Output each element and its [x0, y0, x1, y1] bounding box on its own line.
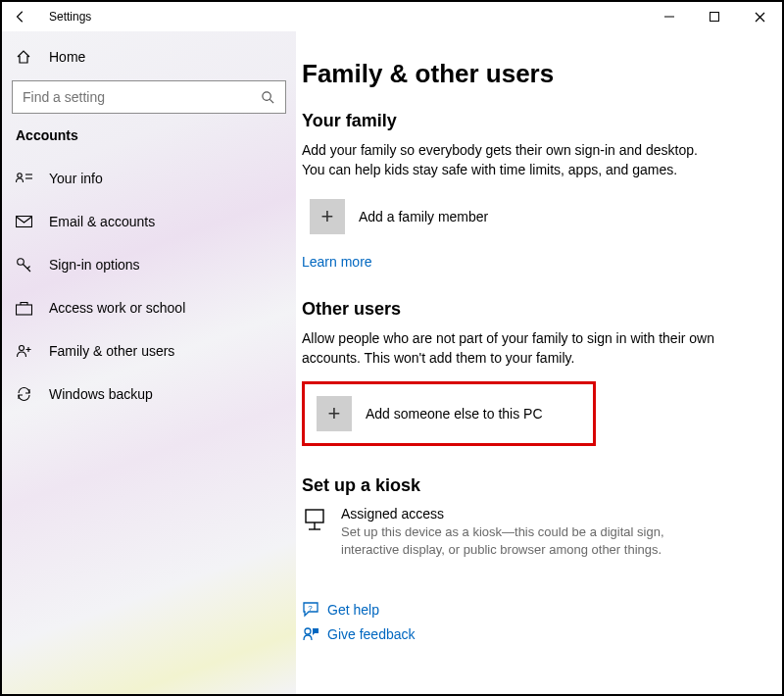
svg-text:?: ? [308, 604, 313, 613]
sidebar-item-access-work-school[interactable]: Access work or school [2, 286, 296, 329]
learn-more-link[interactable]: Learn more [302, 254, 372, 270]
give-feedback-label: Give feedback [327, 626, 416, 642]
chat-help-icon: ? [302, 601, 327, 618]
assigned-access-desc: Set up this device as a kiosk—this could… [341, 523, 723, 558]
main-panel: Family & other users Your family Add you… [296, 31, 782, 694]
sidebar-item-label: Windows backup [49, 386, 153, 402]
search-icon [261, 90, 275, 105]
home-button[interactable]: Home [2, 37, 296, 76]
maximize-button[interactable] [692, 2, 737, 31]
sidebar-item-label: Sign-in options [49, 257, 140, 273]
title-bar: Settings [2, 2, 782, 31]
svg-rect-1 [710, 13, 719, 22]
window-title: Settings [49, 10, 91, 24]
sidebar-section-heading: Accounts [2, 127, 296, 157]
feedback-icon [302, 625, 327, 642]
sidebar-item-windows-backup[interactable]: Windows backup [2, 373, 296, 416]
give-feedback-link[interactable]: Give feedback [302, 625, 753, 642]
sync-icon [16, 386, 35, 402]
minimize-button[interactable] [647, 2, 692, 31]
plus-icon: + [317, 396, 352, 431]
get-help-link[interactable]: ? Get help [302, 601, 753, 618]
sidebar-item-signin-options[interactable]: Sign-in options [2, 243, 296, 286]
svg-rect-11 [306, 510, 323, 522]
add-other-user-label: Add someone else to this PC [366, 406, 543, 422]
sidebar-item-email-accounts[interactable]: Email & accounts [2, 200, 296, 243]
add-family-member-button[interactable]: + Add a family member [302, 193, 576, 240]
svg-point-4 [18, 174, 22, 177]
back-button[interactable] [14, 10, 37, 24]
assigned-access-title: Assigned access [341, 506, 723, 522]
svg-rect-9 [17, 305, 32, 315]
family-heading: Your family [302, 111, 753, 131]
svg-point-2 [263, 91, 270, 99]
key-icon [16, 257, 35, 273]
add-family-label: Add a family member [359, 209, 488, 224]
search-box[interactable] [12, 80, 286, 114]
sidebar-item-your-info[interactable]: Your info [2, 157, 296, 200]
svg-line-3 [270, 99, 273, 103]
plus-icon: + [310, 199, 345, 234]
assigned-access-button[interactable]: Assigned access Set up this device as a … [302, 506, 723, 558]
other-users-description: Allow people who are not part of your fa… [302, 329, 723, 368]
sidebar: Home Accounts Your info [2, 31, 296, 694]
sidebar-item-label: Access work or school [49, 300, 185, 316]
page-title: Family & other users [302, 59, 753, 89]
get-help-label: Get help [327, 602, 379, 618]
svg-point-10 [20, 346, 24, 351]
svg-point-8 [18, 259, 24, 266]
home-icon [16, 49, 35, 65]
people-plus-icon [16, 343, 35, 359]
briefcase-icon [16, 301, 35, 316]
monitor-icon [302, 506, 341, 558]
kiosk-heading: Set up a kiosk [302, 475, 753, 496]
sidebar-item-family-other-users[interactable]: Family & other users [2, 329, 296, 373]
add-other-user-button[interactable]: + Add someone else to this PC [302, 381, 596, 446]
family-description: Add your family so everybody gets their … [302, 141, 723, 179]
other-users-heading: Other users [302, 299, 753, 320]
svg-point-15 [305, 628, 311, 634]
search-input[interactable] [23, 89, 261, 105]
person-card-icon [16, 171, 35, 186]
sidebar-item-label: Your info [49, 171, 103, 186]
home-label: Home [49, 49, 85, 65]
close-button[interactable] [737, 2, 782, 31]
mail-icon [16, 216, 35, 228]
sidebar-item-label: Email & accounts [49, 214, 155, 229]
sidebar-item-label: Family & other users [49, 343, 174, 359]
